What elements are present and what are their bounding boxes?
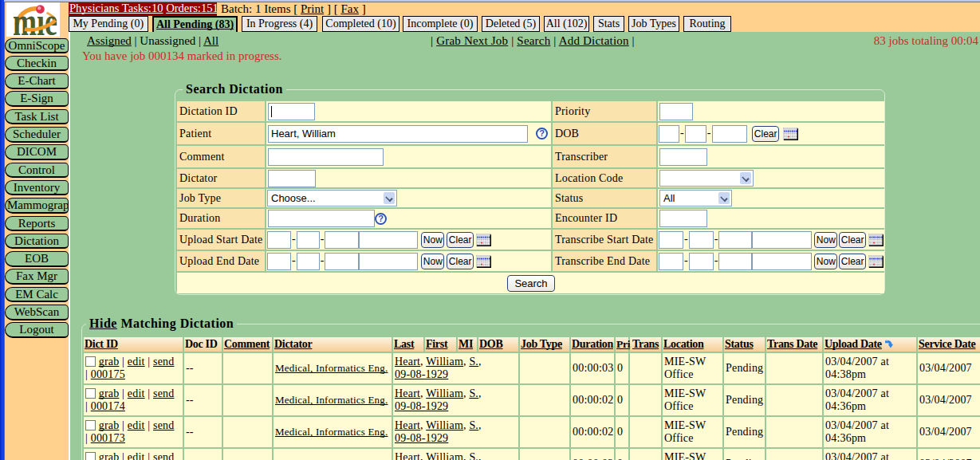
svg-text:mie: mie	[13, 2, 57, 37]
